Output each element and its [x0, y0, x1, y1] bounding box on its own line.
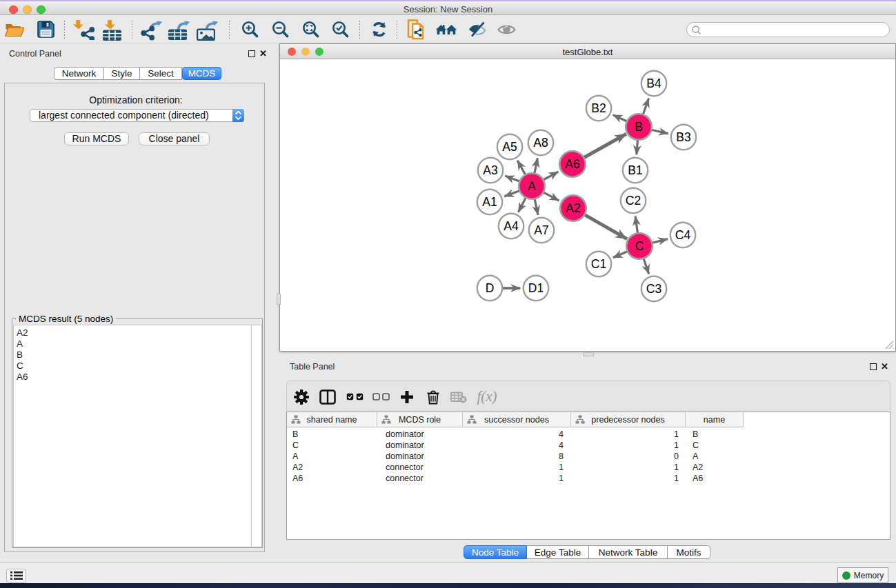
svg-text:A6: A6 — [565, 157, 579, 171]
svg-text:A8: A8 — [533, 136, 548, 150]
svg-text:B4: B4 — [646, 77, 661, 90]
svg-text:B3: B3 — [676, 130, 690, 144]
svg-text:A4: A4 — [504, 219, 519, 233]
svg-text:B: B — [635, 120, 643, 134]
svg-text:C4: C4 — [675, 228, 691, 242]
svg-text:C: C — [635, 239, 644, 253]
svg-text:C1: C1 — [591, 257, 606, 271]
svg-text:C3: C3 — [646, 282, 661, 296]
svg-text:A5: A5 — [502, 140, 517, 154]
svg-text:B1: B1 — [628, 163, 642, 177]
svg-text:C2: C2 — [626, 194, 641, 207]
svg-text:A7: A7 — [534, 223, 548, 237]
svg-text:A1: A1 — [482, 195, 497, 209]
svg-text:B2: B2 — [591, 101, 606, 115]
svg-text:D: D — [486, 281, 495, 295]
svg-text:A3: A3 — [483, 163, 497, 177]
svg-text:D1: D1 — [528, 281, 544, 295]
svg-text:A: A — [528, 179, 536, 193]
svg-text:A2: A2 — [566, 201, 580, 215]
